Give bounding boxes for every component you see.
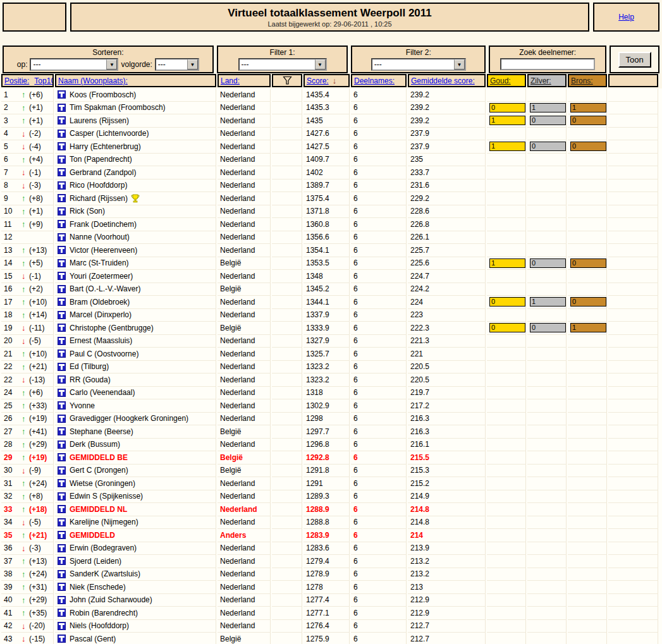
profile-icon[interactable] bbox=[58, 635, 66, 643]
profile-icon[interactable] bbox=[58, 505, 66, 513]
filter-cell bbox=[272, 399, 302, 413]
position-number: 7 bbox=[4, 168, 21, 177]
profile-icon[interactable] bbox=[58, 90, 66, 99]
profile-icon[interactable] bbox=[58, 363, 66, 371]
profile-icon[interactable] bbox=[58, 337, 66, 345]
profile-icon[interactable] bbox=[58, 479, 66, 487]
chevron-down-icon[interactable]: ▼ bbox=[454, 59, 465, 70]
silver-cell bbox=[527, 516, 567, 530]
help-link[interactable]: Help bbox=[618, 13, 634, 21]
silver-cell bbox=[527, 451, 567, 465]
profile-icon[interactable] bbox=[58, 557, 66, 565]
profile-icon[interactable] bbox=[58, 194, 66, 202]
silver-cell: 1 bbox=[527, 296, 567, 309]
profile-icon[interactable] bbox=[58, 349, 66, 358]
score-sort-link[interactable]: Score: bbox=[307, 76, 329, 85]
profile-icon[interactable] bbox=[58, 531, 66, 539]
chevron-down-icon[interactable]: ▼ bbox=[187, 59, 198, 70]
profile-icon[interactable] bbox=[58, 389, 66, 397]
filter2-select[interactable]: --- ▼ bbox=[371, 58, 466, 71]
profile-icon[interactable] bbox=[58, 622, 66, 630]
deelnames-value: 6 bbox=[353, 440, 358, 449]
land-sort-link[interactable]: Land: bbox=[221, 76, 240, 85]
profile-icon[interactable] bbox=[58, 609, 66, 617]
profile-icon[interactable] bbox=[58, 324, 66, 332]
country-cell: Nederland bbox=[218, 439, 271, 452]
gemiddelde-sort-link[interactable]: Gemiddelde score: bbox=[411, 76, 475, 85]
profile-icon[interactable] bbox=[58, 596, 66, 604]
rank-change-arrow-icon: ↑ bbox=[21, 297, 29, 307]
profile-icon[interactable] bbox=[58, 104, 66, 112]
empty-cell bbox=[608, 477, 658, 490]
table-row: 3 ↑ (+1) Laurens (Rijssen) Nederland 143… bbox=[0, 114, 662, 128]
positie-sort-link[interactable]: Positie: bbox=[4, 76, 29, 85]
profile-icon[interactable] bbox=[58, 181, 66, 190]
header-brons: Brons: bbox=[568, 74, 607, 87]
profile-icon[interactable] bbox=[58, 518, 66, 526]
chevron-down-icon[interactable]: ▼ bbox=[315, 59, 326, 70]
profile-icon[interactable] bbox=[58, 375, 66, 384]
profile-icon[interactable] bbox=[58, 544, 66, 552]
score-value: 1298 bbox=[306, 414, 323, 423]
profile-icon[interactable] bbox=[58, 220, 66, 228]
profile-icon[interactable] bbox=[58, 583, 66, 591]
profile-icon[interactable] bbox=[58, 272, 66, 280]
show-button[interactable]: Toon bbox=[618, 52, 651, 68]
empty-cell bbox=[608, 425, 658, 439]
profile-icon[interactable] bbox=[58, 116, 66, 125]
profile-icon[interactable] bbox=[58, 259, 66, 267]
top-header-strip: Virtueel totaalklassement Weerpoll 2011 … bbox=[3, 3, 659, 32]
profile-icon[interactable] bbox=[58, 155, 66, 164]
sort-order-select[interactable]: --- ▼ bbox=[155, 58, 199, 71]
silver-cell: 0 bbox=[527, 322, 567, 335]
profile-icon[interactable] bbox=[58, 246, 66, 254]
filter-cell bbox=[272, 581, 302, 594]
deelnames-sort-link[interactable]: Deelnames: bbox=[354, 76, 395, 85]
position-number: 6 bbox=[4, 155, 21, 164]
bronze-cell bbox=[568, 205, 607, 219]
profile-icon[interactable] bbox=[58, 298, 66, 306]
profile-icon[interactable] bbox=[58, 440, 66, 449]
profile-icon[interactable] bbox=[58, 492, 66, 501]
profile-icon[interactable] bbox=[58, 207, 66, 216]
profile-icon[interactable] bbox=[58, 401, 66, 410]
deelnames-cell: 6 bbox=[351, 140, 407, 154]
brons-sort-link[interactable]: Brons: bbox=[571, 76, 593, 85]
sort-title: Sorteren: bbox=[92, 48, 123, 57]
score-cell: 1371.8 bbox=[303, 205, 350, 219]
search-input[interactable] bbox=[500, 58, 595, 70]
profile-icon[interactable] bbox=[58, 570, 66, 578]
filter1-select[interactable]: --- ▼ bbox=[238, 58, 327, 71]
profile-icon[interactable] bbox=[58, 415, 66, 423]
profile-icon[interactable] bbox=[58, 427, 66, 435]
profile-icon[interactable] bbox=[58, 466, 66, 475]
filter-cell bbox=[272, 192, 302, 205]
profile-icon[interactable] bbox=[58, 233, 66, 241]
chevron-down-icon[interactable]: ▼ bbox=[106, 59, 117, 70]
deelnames-cell: 6 bbox=[351, 192, 407, 205]
participant-name: Ton (Papendrecht) bbox=[70, 155, 132, 164]
profile-icon[interactable] bbox=[58, 168, 66, 176]
naam-sort-link[interactable]: Naam (Woonplaats): bbox=[58, 76, 128, 85]
bronze-cell bbox=[568, 516, 607, 530]
goud-sort-link[interactable]: Goud: bbox=[490, 76, 511, 85]
gemiddelde-value: 229.2 bbox=[410, 194, 429, 203]
rank-change-arrow-icon: ↑ bbox=[21, 362, 29, 372]
sort-op-select[interactable]: --- ▼ bbox=[30, 58, 118, 71]
zilver-sort-link[interactable]: Zilver: bbox=[530, 76, 551, 85]
position-number: 27 bbox=[4, 427, 21, 436]
filter-funnel-icon[interactable] bbox=[283, 76, 292, 85]
gemiddelde-value: 225.7 bbox=[410, 246, 429, 255]
profile-icon[interactable] bbox=[58, 285, 66, 293]
deelnames-value: 6 bbox=[353, 233, 358, 241]
profile-icon[interactable] bbox=[58, 453, 66, 461]
profile-icon[interactable] bbox=[58, 130, 66, 138]
empty-cell bbox=[608, 102, 658, 115]
empty-cell bbox=[608, 620, 658, 633]
top10-link[interactable]: Top10 bbox=[34, 76, 54, 85]
name-cell: Niels (Hoofddorp) bbox=[55, 620, 216, 633]
profile-icon[interactable] bbox=[58, 142, 66, 150]
rank-change-arrow-icon: ↑ bbox=[21, 608, 29, 617]
search-title: Zoek deelnemer: bbox=[519, 48, 576, 57]
profile-icon[interactable] bbox=[58, 311, 66, 319]
